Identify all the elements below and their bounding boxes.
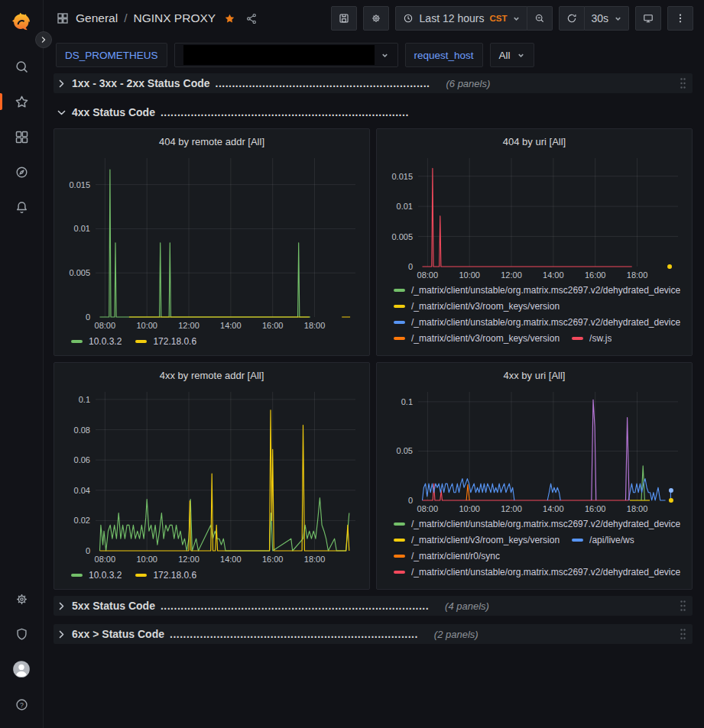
chart-svg: 08:0010:0012:0014:0016:0018:0000.0050.01… bbox=[384, 152, 684, 282]
legend-item[interactable]: /_matrix/client/unstable/org.matrix.msc2… bbox=[394, 317, 680, 328]
legend-item[interactable]: /_matrix/client/v3/room_keys/version bbox=[394, 535, 560, 545]
legend-label: /_matrix/client/unstable/org.matrix.msc2… bbox=[411, 317, 680, 328]
legend-item[interactable]: 10.0.3.2 bbox=[71, 336, 122, 347]
variable-select-ds-prometheus[interactable] bbox=[174, 43, 398, 67]
legend: /_matrix/client/unstable/org.matrix.msc2… bbox=[384, 285, 684, 351]
chart-area[interactable]: 08:0010:0012:0014:0016:0018:0000.020.040… bbox=[62, 386, 362, 566]
save-dashboard-button[interactable] bbox=[331, 6, 357, 31]
legend-item[interactable]: /_matrix/client/unstable/org.matrix.msc2… bbox=[394, 567, 680, 578]
gear-icon bbox=[14, 591, 30, 607]
svg-text:08:00: 08:00 bbox=[95, 555, 116, 564]
sidebar-expand-button[interactable] bbox=[35, 31, 52, 48]
sidebar-item-configuration[interactable] bbox=[0, 581, 44, 616]
drag-handle-icon[interactable] bbox=[676, 628, 689, 640]
panel-title[interactable]: 4xx by remote addr [All] bbox=[62, 367, 362, 386]
sidebar-item-server-admin[interactable] bbox=[0, 616, 44, 652]
svg-text:0.015: 0.015 bbox=[69, 180, 90, 189]
legend-item[interactable]: /api/live/ws bbox=[572, 535, 634, 545]
svg-text:08:00: 08:00 bbox=[417, 504, 439, 513]
legend-item[interactable]: /_matrix/client/v3/room_keys/version bbox=[394, 301, 560, 312]
alerting-bell-icon bbox=[14, 199, 30, 215]
legend-item[interactable]: 172.18.0.6 bbox=[135, 336, 196, 347]
help-icon: ? bbox=[14, 697, 30, 713]
drag-handle-icon[interactable] bbox=[676, 600, 689, 612]
save-icon bbox=[338, 12, 350, 24]
dashboard-grid-icon bbox=[56, 11, 70, 25]
svg-text:16:00: 16:00 bbox=[585, 270, 606, 280]
chart-svg: 08:0010:0012:0014:0016:0018:0000.0050.01… bbox=[62, 152, 362, 332]
dashboard-settings-button[interactable] bbox=[363, 6, 389, 31]
cycle-view-mode-button[interactable] bbox=[635, 6, 661, 31]
legend-item[interactable]: /_matrix/client/v3/room_keys/version bbox=[394, 333, 560, 344]
row-panel-count: (2 panels) bbox=[434, 629, 479, 640]
chevron-right-icon bbox=[57, 79, 67, 89]
sidebar-item-profile[interactable] bbox=[0, 652, 44, 687]
breadcrumb-section[interactable]: General bbox=[76, 11, 118, 25]
sidebar-item-search[interactable] bbox=[0, 49, 44, 84]
variable-select-request-host[interactable]: All bbox=[490, 43, 534, 67]
chart-area[interactable]: 08:0010:0012:0014:0016:0018:0000.050.1 bbox=[384, 386, 684, 516]
zoom-out-time-button[interactable] bbox=[527, 6, 553, 31]
legend-color-swatch bbox=[135, 574, 147, 577]
row-leader: ........................................… bbox=[170, 628, 418, 640]
refresh-interval-picker[interactable]: 30s bbox=[585, 6, 629, 31]
legend-item[interactable]: /_matrix/client/unstable/org.matrix.msc2… bbox=[394, 285, 680, 296]
dashboards-grid-icon bbox=[14, 129, 30, 145]
svg-text:0.005: 0.005 bbox=[69, 268, 90, 277]
time-range-label: Last 12 hours bbox=[420, 12, 485, 24]
legend-item[interactable]: /_matrix/client/unstable/org.matrix.msc2… bbox=[394, 519, 680, 529]
sidebar-item-starred[interactable] bbox=[0, 84, 44, 119]
favorite-star-button[interactable] bbox=[222, 11, 238, 27]
chart-area[interactable]: 08:0010:0012:0014:0016:0018:0000.0050.01… bbox=[384, 152, 684, 282]
legend-item[interactable]: /_matrix/client/r0/sync bbox=[394, 551, 500, 561]
svg-text:16:00: 16:00 bbox=[262, 321, 284, 330]
variable-label-ds-prometheus[interactable]: DS_PROMETHEUS bbox=[56, 43, 167, 67]
svg-text:18:00: 18:00 bbox=[304, 555, 326, 564]
chevron-down-icon bbox=[381, 51, 389, 60]
panel-title[interactable]: 4xx by uri [All] bbox=[384, 367, 684, 386]
panel-grid: 404 by remote addr [All]08:0010:0012:001… bbox=[54, 128, 693, 590]
legend-label: /api/live/ws bbox=[589, 535, 634, 545]
clock-icon bbox=[402, 12, 414, 24]
svg-text:12:00: 12:00 bbox=[178, 321, 200, 330]
zoom-out-icon bbox=[534, 12, 546, 24]
time-range-picker[interactable]: Last 12 hours CST bbox=[395, 6, 528, 31]
chart-svg: 08:0010:0012:0014:0016:0018:0000.050.1 bbox=[384, 386, 684, 516]
chart-area[interactable]: 08:0010:0012:0014:0016:0018:0000.0050.01… bbox=[62, 152, 362, 332]
row-5xx[interactable]: 5xx Status Code ........................… bbox=[54, 596, 693, 616]
legend-item[interactable]: 172.18.0.6 bbox=[135, 570, 196, 581]
row-title: 5xx Status Code bbox=[72, 600, 155, 612]
legend-label: 10.0.3.2 bbox=[89, 570, 122, 581]
row-6xx[interactable]: 6xx > Status Code ......................… bbox=[54, 624, 693, 644]
more-options-button[interactable] bbox=[667, 6, 693, 31]
row-title: 4xx Status Code bbox=[72, 106, 155, 118]
legend-item[interactable]: /sw.js bbox=[572, 333, 612, 344]
share-button[interactable] bbox=[244, 11, 260, 27]
chevron-down-icon bbox=[57, 108, 67, 118]
svg-text:0.02: 0.02 bbox=[74, 516, 90, 525]
svg-text:18:00: 18:00 bbox=[627, 270, 648, 280]
panel-4xx-by-uri: 4xx by uri [All]08:0010:0012:0014:0016:0… bbox=[376, 362, 693, 590]
drag-handle-icon[interactable] bbox=[676, 77, 689, 89]
sidebar-item-help[interactable]: ? bbox=[0, 687, 44, 722]
panel-title[interactable]: 404 by uri [All] bbox=[384, 134, 684, 152]
svg-text:14:00: 14:00 bbox=[543, 270, 564, 280]
svg-text:16:00: 16:00 bbox=[585, 504, 606, 513]
svg-text:0: 0 bbox=[408, 496, 413, 505]
refresh-button[interactable] bbox=[559, 6, 585, 31]
main-area: General / NGINX PROXY bbox=[44, 0, 704, 728]
row-leader: ........................................… bbox=[216, 77, 430, 89]
panel-title[interactable]: 404 by remote addr [All] bbox=[62, 134, 362, 152]
sidebar-item-dashboards[interactable] bbox=[0, 119, 44, 154]
row-1xx-3xx-2xx[interactable]: 1xx - 3xx - 2xx Status Code ............… bbox=[54, 73, 693, 93]
avatar bbox=[11, 659, 31, 679]
legend-color-swatch bbox=[71, 574, 83, 577]
variable-label-request-host[interactable]: request_host bbox=[405, 43, 483, 67]
grafana-app: ? General / NGINX PROXY bbox=[0, 0, 704, 728]
sidebar-item-alerting[interactable] bbox=[0, 189, 44, 225]
sidebar-item-explore[interactable] bbox=[0, 154, 44, 189]
row-4xx[interactable]: 4xx Status Code ........................… bbox=[54, 102, 693, 122]
legend-label: /_matrix/client/v3/room_keys/version bbox=[411, 535, 560, 545]
legend-label: /sw.js bbox=[589, 333, 612, 344]
legend-item[interactable]: 10.0.3.2 bbox=[71, 570, 122, 581]
